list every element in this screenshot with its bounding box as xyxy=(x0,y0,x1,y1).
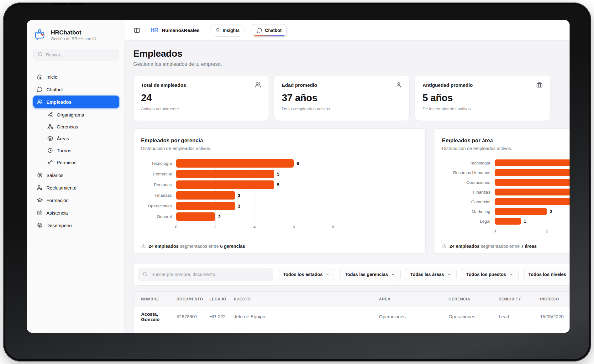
sidebar-search-input[interactable] xyxy=(45,52,115,58)
employee-search[interactable] xyxy=(138,268,273,281)
column-header-documento: DOCUMENTO xyxy=(176,297,209,301)
stats-row: Total de empleados 24 Activos actualment… xyxy=(133,75,570,121)
sidebar-toggle-icon[interactable] xyxy=(134,27,140,34)
bar-general[interactable] xyxy=(176,212,215,221)
bar-tecnologia[interactable] xyxy=(176,159,294,168)
table-row-acosta-gonzalo[interactable]: Acosta, Gonzalo32678901HR-022Jefe de Equ… xyxy=(134,307,570,326)
sidebar-item-organigrama[interactable]: Organigrama xyxy=(43,109,119,121)
column-header-nombre: NOMBRE xyxy=(141,297,176,301)
bar-personas[interactable] xyxy=(176,180,274,189)
column-header-puesto: PUESTO xyxy=(234,297,379,301)
bar-row-legal: 1 xyxy=(495,217,570,225)
chart-plot: 65533202468 xyxy=(176,159,418,231)
category-label: General xyxy=(141,212,172,221)
sidebar-item-inicio[interactable]: Inicio xyxy=(33,70,119,83)
filter-dropdown-todos-los-estados[interactable]: Todos los estados xyxy=(278,268,335,281)
column-header-legajo: LEGAJO xyxy=(209,297,234,301)
table-row-alvarez-matias[interactable]: Álvarez, Matías37890123HR-010Desarrollad… xyxy=(134,326,570,333)
employee-search-input[interactable] xyxy=(151,272,269,277)
bar-finanzas[interactable] xyxy=(176,191,235,200)
bar-marketing[interactable] xyxy=(495,208,547,215)
bar-comercial[interactable] xyxy=(176,170,274,178)
bar-value: 3 xyxy=(238,193,240,198)
bar-operaciones[interactable] xyxy=(176,202,235,210)
sidebar-item-label: Gerencias xyxy=(57,124,78,129)
stat-label: Total de empleados xyxy=(141,82,261,88)
chart-plot: 5444421024 xyxy=(495,159,570,236)
clock-icon xyxy=(47,148,53,153)
cell-documento: 32678901 xyxy=(176,314,209,319)
sidebar-search[interactable] xyxy=(33,49,119,60)
hr-logo-icon xyxy=(33,28,47,42)
sidebar-item-chatbot[interactable]: Chatbot xyxy=(33,83,119,96)
bar-value: 3 xyxy=(238,204,240,209)
bar-row-finanzas: 4 xyxy=(495,188,570,196)
chatbot-button[interactable]: Chatbot xyxy=(252,24,287,37)
layers-icon xyxy=(47,136,53,141)
filter-dropdown-todos-los-niveles[interactable]: Todos los niveles xyxy=(523,268,570,281)
chart-title: Empleados por gerencia xyxy=(141,138,418,144)
bar-row-tecnologia: 6 xyxy=(176,159,418,168)
bar-value: 1 xyxy=(524,219,526,224)
chart-card-empleados-por-area: Empleados por área Distribución de emple… xyxy=(434,128,570,254)
filter-dropdown-todas-las-areas[interactable]: Todas las áreas xyxy=(405,268,457,281)
charts-row: Empleados por gerencia Distribución de e… xyxy=(133,128,570,254)
bar-recursos-humanos[interactable] xyxy=(495,169,570,176)
chevron-down-icon xyxy=(391,272,395,277)
volume-down-button xyxy=(70,3,84,5)
sidebar-item-empleados[interactable]: Empleados xyxy=(33,96,119,108)
bar-row-operaciones: 4 xyxy=(495,179,570,186)
bar-row-recursos-humanos: 4 xyxy=(495,169,570,176)
bar-tecnologia[interactable] xyxy=(495,159,570,166)
stat-value: 24 xyxy=(141,92,261,104)
bar-finanzas[interactable] xyxy=(495,189,570,195)
x-axis: 02468 xyxy=(176,221,418,231)
stat-card-total-empleados: Total de empleados 24 Activos actualment… xyxy=(133,75,269,121)
sidebar-item-label: Chatbot xyxy=(46,87,63,92)
sidebar-item-turnos[interactable]: Turnos xyxy=(43,144,119,156)
sidebar-item-formacion[interactable]: Formación xyxy=(33,194,119,206)
chevron-down-icon xyxy=(325,272,330,277)
stat-label: Edad promedio xyxy=(282,82,402,88)
sidebar-item-permisos[interactable]: Permisos xyxy=(43,156,119,168)
chart-subtitle: Distribución de empleados activos. xyxy=(442,146,570,151)
graduation-cap-icon xyxy=(37,197,43,203)
target-icon xyxy=(37,222,43,228)
chart-category-labels: TecnologíaRecursos HumanosOperacionesFin… xyxy=(442,159,495,236)
category-label: Legal xyxy=(442,217,490,225)
sidebar-item-salarios[interactable]: Salarios xyxy=(33,169,119,181)
cell-gerencia: Operaciones xyxy=(449,314,499,319)
category-label: Marketing xyxy=(442,208,490,215)
bar-operaciones[interactable] xyxy=(495,179,570,186)
stat-caption: De los empleados activos xyxy=(423,107,543,111)
app-subtitle: Gestión de RRHH con IA xyxy=(51,36,96,41)
users-icon xyxy=(37,99,43,105)
bar-comercial[interactable] xyxy=(495,198,570,205)
table-body: Acosta, Gonzalo32678901HR-022Jefe de Equ… xyxy=(134,307,570,333)
topbar-divider xyxy=(205,27,205,34)
stat-caption: De los empleados activos xyxy=(282,107,402,111)
cell-puesto: Jefe de Equipo xyxy=(234,314,379,319)
sidebar-item-asistencia[interactable]: Asistencia xyxy=(33,206,119,219)
bar-value: 5 xyxy=(277,172,280,177)
insights-button[interactable]: Insights xyxy=(210,24,245,37)
filter-dropdown-todos-los-puestos[interactable]: Todos los puestos xyxy=(461,268,519,281)
sidebar-item-areas[interactable]: Áreas xyxy=(43,133,119,144)
top-edge-slot xyxy=(145,3,166,4)
bar-row-tecnologia: 5 xyxy=(495,159,570,167)
chart-card-empleados-por-gerencia: Empleados por gerencia Distribución de e… xyxy=(133,128,426,254)
bar-legal[interactable] xyxy=(495,218,521,225)
sidebar-item-desempeno[interactable]: Desempeño xyxy=(33,219,119,231)
sidebar-nav: InicioChatbotEmpleadosOrganigramaGerenci… xyxy=(33,70,119,231)
chevron-down-icon xyxy=(569,272,570,277)
sidebar-item-gerencias[interactable]: Gerencias xyxy=(43,121,119,133)
cell-area: Operaciones xyxy=(379,314,449,319)
sidebar-item-label: Desempeño xyxy=(46,223,72,228)
x-axis-tick: 6 xyxy=(292,225,295,229)
category-label: Tecnología xyxy=(141,159,172,168)
filter-dropdown-todas-las-gerencias[interactable]: Todas las gerencias xyxy=(339,268,401,281)
sidebar-item-label: Asistencia xyxy=(46,210,68,216)
x-axis-tick: 0 xyxy=(175,225,177,229)
main-area: HR HumanosReales Insights Chatbot xyxy=(124,20,570,333)
sidebar-item-reclutamiento[interactable]: Reclutamiento xyxy=(33,181,119,194)
